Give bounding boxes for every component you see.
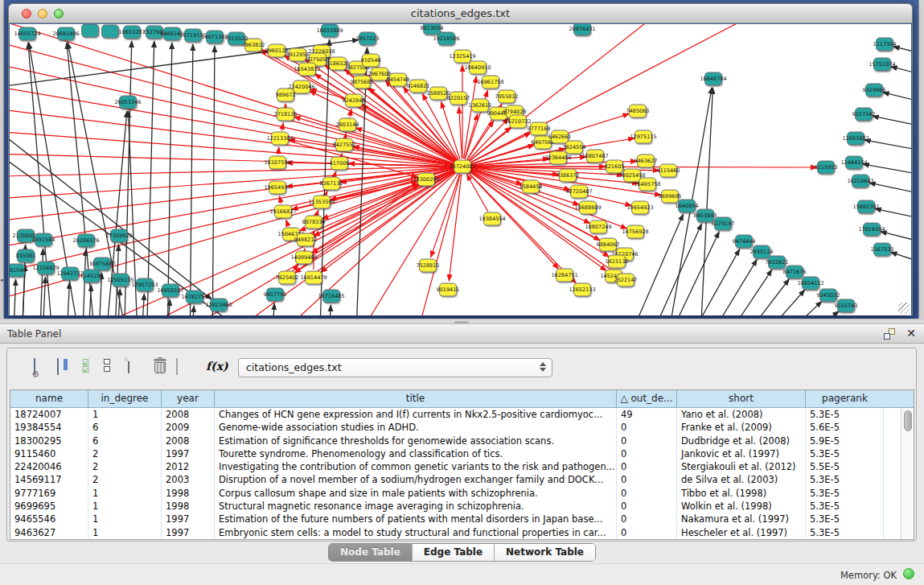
graph-node[interactable]: 19218506: [437, 32, 455, 46]
graph-node[interactable]: 16958107: [162, 284, 179, 298]
graph-node[interactable]: 1615132: [608, 255, 626, 269]
float-window-icon[interactable]: [884, 328, 895, 340]
graph-node[interactable]: 8471676: [786, 266, 803, 279]
graph-node[interactable]: 12156829: [37, 262, 55, 275]
graph-node[interactable]: 10653287: [123, 26, 141, 39]
pager-icon[interactable]: [104, 359, 110, 373]
graph-node[interactable]: 18724007: [454, 160, 471, 174]
graph-node[interactable]: 16210722: [509, 115, 527, 129]
table-row[interactable]: 1938455462009Genome-wide association stu…: [10, 421, 914, 434]
graph-node[interactable]: 19384554: [483, 212, 501, 226]
graph-node[interactable]: 12975115: [634, 130, 652, 144]
graph-node[interactable]: 9457791: [266, 288, 284, 302]
close-panel-icon[interactable]: ✕: [906, 327, 916, 340]
column-header-name[interactable]: name: [10, 390, 88, 407]
graph-node[interactable]: 1117304: [876, 38, 893, 51]
graph-node[interactable]: 8878334: [305, 216, 322, 229]
graph-node[interactable]: 12093882: [847, 132, 864, 146]
graph-node[interactable]: 7857223: [359, 32, 376, 46]
graph-node[interactable]: 12444154: [845, 156, 863, 170]
column-header-in_degree[interactable]: in_degree: [88, 390, 162, 407]
graph-node[interactable]: 14055724: [18, 27, 36, 41]
network-file-select[interactable]: citations_edges.txt: [238, 358, 552, 377]
graph-node[interactable]: 8267130: [322, 177, 340, 191]
graph-node[interactable]: 2967608: [371, 68, 388, 81]
select-rows-icon[interactable]: ☑☑: [82, 359, 89, 373]
graph-node[interactable]: 7528815: [419, 259, 437, 273]
vertical-scrollbar[interactable]: [901, 408, 914, 539]
graph-node[interactable]: 1527602: [146, 26, 163, 39]
graph-node[interactable]: 1588520: [429, 87, 447, 101]
graph-node[interactable]: 417006: [331, 157, 348, 171]
graph-node[interactable]: 8186328: [329, 57, 347, 71]
graph-node[interactable]: 3624554: [565, 141, 583, 154]
graph-node[interactable]: 8454749: [389, 73, 407, 87]
graph-node[interactable]: 9146821: [409, 80, 427, 93]
graph-node[interactable]: 12823468: [210, 299, 228, 312]
graph-node[interactable]: 12325419: [454, 50, 471, 64]
graph-node[interactable]: [101, 25, 119, 39]
graph-node[interactable]: 18300295: [417, 173, 435, 187]
column-header-title[interactable]: title: [215, 390, 617, 407]
graph-node[interactable]: 821605: [606, 160, 623, 174]
graph-node[interactable]: 11353594: [313, 196, 331, 209]
graph-node[interactable]: 7515520: [228, 32, 245, 46]
graph-node[interactable]: 989672: [277, 89, 294, 102]
column-header-pagerank[interactable]: pagerank: [806, 390, 884, 407]
graph-node[interactable]: 16648784: [704, 72, 722, 86]
graph-node[interactable]: 21206059: [17, 229, 35, 243]
network-canvas[interactable]: 1872400779638228960128891295322226038927…: [10, 24, 911, 315]
graph-node[interactable]: 9115460: [659, 164, 677, 178]
graph-node[interactable]: 12652133: [573, 283, 591, 297]
window-resize-grip[interactable]: [898, 303, 910, 314]
network-window-titlebar[interactable]: citations_edges.txt: [9, 4, 912, 23]
horizontal-splitter[interactable]: [0, 319, 924, 324]
graph-node[interactable]: 6179197: [714, 217, 732, 231]
graph-node[interactable]: 9463627: [637, 154, 655, 168]
table-row[interactable]: 946554611997Estimation of the future num…: [10, 513, 914, 525]
table-row[interactable]: 911546021997Tourette syndrome. Phenomeno…: [10, 447, 914, 460]
graph-node[interactable]: 9777169: [530, 122, 548, 136]
graph-node[interactable]: 835081: [17, 249, 35, 263]
select-columns-icon[interactable]: [57, 359, 59, 374]
graph-node[interactable]: 9329966: [865, 84, 883, 97]
table-row[interactable]: 1456911722003Disruption of a novel membe…: [10, 473, 914, 486]
graph-node[interactable]: 8960128: [268, 44, 285, 58]
graph-node[interactable]: 8427552: [335, 138, 353, 152]
graph-node[interactable]: 19654923: [631, 201, 649, 215]
table-row[interactable]: 977716911998Corpus callosum shape and si…: [10, 487, 914, 500]
table-settings-icon[interactable]: ⚙: [34, 359, 35, 374]
graph-node[interactable]: 16961758: [482, 76, 499, 89]
tab-network-table[interactable]: Network Table: [495, 544, 595, 561]
graph-node[interactable]: 15751074: [873, 58, 891, 72]
graph-node[interactable]: 9242848: [345, 94, 363, 108]
graph-node[interactable]: 9498212: [297, 233, 314, 247]
graph-node[interactable]: 16495758: [639, 178, 656, 192]
graph-node[interactable]: 9884067: [599, 238, 617, 252]
tab-edge-table[interactable]: Edge Table: [413, 544, 495, 561]
graph-node[interactable]: 16284751: [556, 269, 573, 282]
graph-node[interactable]: 14756928: [626, 225, 644, 239]
graph-node[interactable]: 16543812: [298, 63, 316, 76]
graph-node[interactable]: 17957253: [136, 278, 154, 292]
graph-node[interactable]: 9245032: [819, 289, 837, 303]
graph-node[interactable]: 2935114: [753, 245, 770, 259]
graph-node[interactable]: 18640910: [469, 61, 487, 75]
graph-node[interactable]: 9904485: [490, 107, 507, 121]
column-header-out_de[interactable]: △ out_de...: [617, 390, 677, 407]
graph-node[interactable]: 10688609: [579, 201, 597, 215]
graph-node[interactable]: 7963822: [244, 39, 262, 52]
graph-node[interactable]: [81, 24, 99, 38]
graph-node[interactable]: 9019411: [439, 283, 457, 297]
graph-node[interactable]: 15716485: [322, 290, 340, 303]
graph-node[interactable]: 9474444: [735, 235, 753, 249]
graph-node[interactable]: 1640954: [678, 200, 696, 213]
graph-node[interactable]: 8912953: [289, 48, 306, 62]
graph-node[interactable]: 12213384: [271, 132, 289, 146]
graph-node[interactable]: 2803144: [339, 118, 356, 132]
table-row[interactable]: 2242004622012Investigating the contribut…: [10, 460, 914, 473]
graph-node[interactable]: 1584454: [522, 180, 540, 194]
graph-node[interactable]: 9227342: [855, 108, 873, 122]
graph-node[interactable]: 20364486: [549, 151, 567, 165]
graph-node[interactable]: 1362615: [471, 99, 489, 113]
